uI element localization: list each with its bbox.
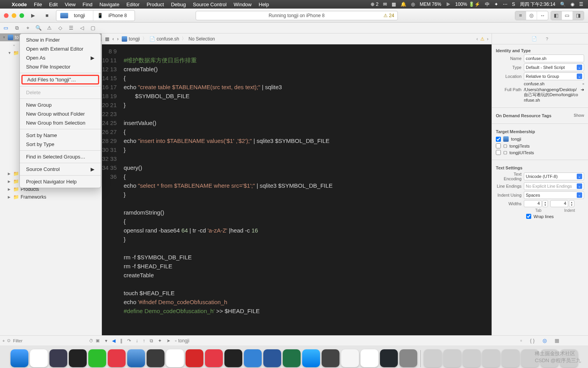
- tab-width-stepper[interactable]: 4▴▾: [524, 200, 548, 207]
- app-name[interactable]: Xcode: [12, 2, 27, 7]
- dock-sublime[interactable]: [147, 349, 164, 367]
- dock-chrome[interactable]: [166, 349, 184, 367]
- menu-source-control[interactable]: Source Control: [193, 2, 227, 7]
- menubar-wechat-icon[interactable]: ✉: [383, 2, 387, 7]
- pause-icon[interactable]: ‖: [120, 338, 122, 343]
- prev-issue-icon[interactable]: ‹: [476, 36, 478, 42]
- dock-min5[interactable]: [502, 349, 520, 367]
- dock-min2[interactable]: [443, 349, 461, 367]
- ctx-open-as[interactable]: Open As▶: [20, 53, 101, 62]
- editor-version-icon[interactable]: ↔: [537, 11, 548, 20]
- report-navigator-icon[interactable]: ▢: [89, 25, 96, 31]
- code-snippet-icon[interactable]: { }: [530, 338, 535, 343]
- source-editor[interactable]: 8 9 10 11 12 13 14 15 16 17 18 19 20 21 …: [102, 44, 492, 345]
- breadcrumb[interactable]: tongji 〉 📄 confuse.sh 〉 No Selection: [122, 35, 215, 42]
- target-checkbox[interactable]: [496, 137, 501, 142]
- menubar-wifi-icon[interactable]: ⫸: [446, 2, 451, 7]
- menubar-extras-icon[interactable]: ✦: [494, 2, 498, 7]
- dock-excel[interactable]: [283, 349, 301, 367]
- symbol-navigator-icon[interactable]: ⌖: [24, 25, 31, 31]
- menu-navigate[interactable]: Navigate: [100, 2, 119, 7]
- ctx-source-control[interactable]: Source Control▶: [20, 165, 101, 174]
- type-select[interactable]: Default - Shell Script⌄: [524, 63, 584, 71]
- ctx-show-file-inspector[interactable]: Show File Inspector: [20, 62, 101, 71]
- dock-youdao[interactable]: [205, 349, 223, 367]
- ctx-open-external[interactable]: Open with External Editor: [20, 44, 101, 53]
- add-icon[interactable]: +: [2, 338, 5, 343]
- find-navigator-icon[interactable]: 🔍: [35, 25, 42, 31]
- dock-mail[interactable]: [186, 349, 203, 367]
- menubar-bell-icon[interactable]: 🔔: [401, 2, 406, 7]
- ctx-nav-help[interactable]: Project Navigator Help: [20, 177, 101, 186]
- dock-netease[interactable]: [108, 349, 126, 367]
- editor-standard-icon[interactable]: ≡: [515, 11, 526, 20]
- toggle-navigator-icon[interactable]: ◧: [551, 11, 562, 20]
- menubar-extra-globe-icon[interactable]: ⊕ 2: [371, 2, 378, 7]
- ctx-new-group-without-folder[interactable]: New Group without Folder: [20, 109, 101, 118]
- related-items-icon[interactable]: ▦: [105, 36, 109, 42]
- location-icon[interactable]: ➤: [166, 338, 170, 343]
- debug-target[interactable]: tongji: [178, 338, 189, 343]
- recent-icon[interactable]: ⏱: [89, 338, 93, 343]
- menubar-list-icon[interactable]: ☰: [579, 2, 583, 7]
- dock-calendar[interactable]: [30, 349, 48, 367]
- menubar-clock[interactable]: 周四 下午2:36:14: [520, 1, 555, 8]
- dock-finder[interactable]: [10, 349, 28, 367]
- ctx-sort-type[interactable]: Sort by Type: [20, 140, 101, 149]
- folder-picker-icon[interactable]: ▫: [583, 81, 584, 86]
- dock-xcode[interactable]: [127, 349, 145, 367]
- test-navigator-icon[interactable]: ◇: [57, 25, 64, 31]
- hide-debug-icon[interactable]: ▾: [105, 338, 107, 343]
- tree-item-frameworks[interactable]: ▶📁Frameworks: [0, 193, 102, 201]
- project-navigator-icon[interactable]: ▭: [2, 25, 9, 31]
- ctx-new-group[interactable]: New Group: [20, 100, 101, 109]
- quick-help-tab-icon[interactable]: ?: [546, 37, 548, 41]
- close-window-icon[interactable]: [4, 13, 9, 18]
- show-link[interactable]: Show: [574, 113, 584, 118]
- step-over-icon[interactable]: ↷: [127, 338, 131, 343]
- dock-min1[interactable]: [424, 349, 442, 367]
- menubar-input-cn[interactable]: 中: [485, 1, 490, 8]
- debug-view-icon[interactable]: ⧉: [150, 338, 153, 343]
- menu-find[interactable]: Find: [82, 2, 92, 7]
- encoding-select[interactable]: Unicode (UTF-8)⌄: [524, 173, 584, 180]
- object-library-icon[interactable]: ◎: [542, 338, 547, 343]
- memory-graph-icon[interactable]: ✦: [158, 338, 162, 343]
- dock-textedit[interactable]: [341, 349, 359, 367]
- dock-min3[interactable]: [463, 349, 481, 367]
- menubar-grid-icon[interactable]: ▦: [392, 2, 396, 7]
- lineendings-select[interactable]: No Explicit Line Endings⌄: [524, 182, 584, 190]
- dock-app2[interactable]: [322, 349, 340, 367]
- name-field[interactable]: confuse.sh: [524, 55, 584, 62]
- breakpoints-toggle-icon[interactable]: ◀: [112, 338, 116, 343]
- target-row[interactable]: ▢tongjiUITests: [496, 149, 584, 156]
- reveal-arrow-icon[interactable]: ➜: [581, 87, 584, 92]
- menu-window[interactable]: Window: [234, 2, 252, 7]
- target-checkbox[interactable]: [496, 150, 501, 155]
- scm-filter-icon[interactable]: ▣: [96, 338, 100, 343]
- run-button[interactable]: ▶: [28, 11, 38, 20]
- debug-navigator-icon[interactable]: ☰: [68, 25, 75, 31]
- code-content[interactable]: #维护数据库方便日后作排重 createTable() { echo "crea…: [121, 44, 492, 345]
- target-row[interactable]: ▢tongjiTests: [496, 143, 584, 149]
- issue-icon[interactable]: ⚠: [480, 36, 485, 42]
- dock-appstore[interactable]: [302, 349, 320, 367]
- dock-wechat[interactable]: [88, 349, 106, 367]
- dock-app3[interactable]: [399, 349, 417, 367]
- toggle-debug-icon[interactable]: ▭: [562, 11, 573, 20]
- step-out-icon[interactable]: ↑: [143, 338, 145, 343]
- menubar-siri-icon[interactable]: ◉: [570, 2, 574, 7]
- menu-edit[interactable]: Edit: [49, 2, 58, 7]
- stop-button[interactable]: ■: [42, 11, 52, 20]
- menu-help[interactable]: Help: [259, 2, 269, 7]
- ctx-new-group-selection[interactable]: New Group from Selection: [20, 118, 101, 127]
- zoom-window-icon[interactable]: [19, 13, 24, 18]
- menu-view[interactable]: View: [65, 2, 75, 7]
- scheme-selector[interactable]: tongji 📱 iPhone 8: [56, 10, 135, 21]
- dock-terminal[interactable]: [224, 349, 242, 367]
- forward-icon[interactable]: ›: [117, 36, 119, 42]
- menu-editor[interactable]: Editor: [126, 2, 140, 7]
- minimize-window-icon[interactable]: [12, 13, 16, 18]
- file-template-icon[interactable]: ▫: [520, 338, 522, 343]
- ctx-sort-name[interactable]: Sort by Name: [20, 131, 101, 140]
